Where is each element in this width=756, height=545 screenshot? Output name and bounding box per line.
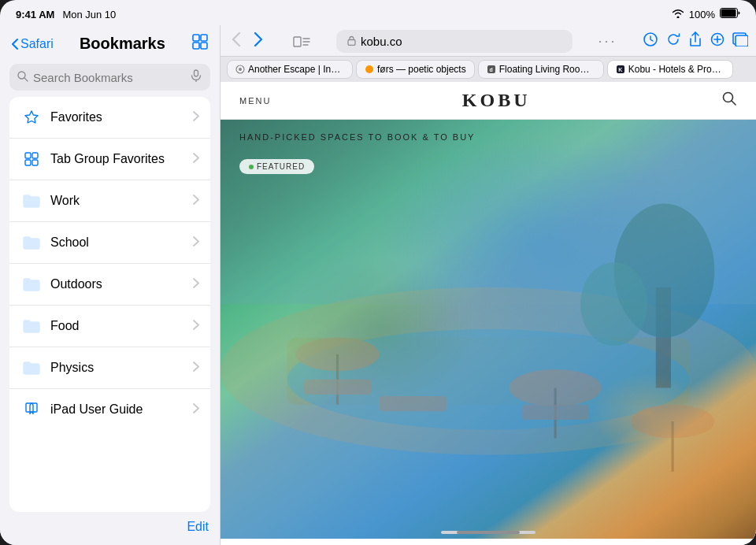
sidebar-header: Safari Bookmarks	[0, 25, 220, 61]
airdrop-icon[interactable]	[643, 32, 658, 51]
svg-line-28	[732, 101, 736, 105]
tab-favicon-tab1	[235, 65, 245, 74]
safari-back-label: Safari	[20, 37, 54, 51]
hero-image	[220, 120, 756, 539]
chevron-right-icon	[193, 236, 199, 249]
svg-rect-2	[193, 35, 199, 41]
browser-area: kobu.co ···	[220, 25, 756, 545]
svg-rect-1	[721, 9, 736, 17]
svg-rect-5	[201, 43, 207, 49]
search-icon	[17, 71, 28, 84]
svg-rect-10	[25, 153, 31, 158]
svg-rect-41	[522, 405, 589, 420]
status-icons: 100%	[672, 7, 740, 21]
more-dots[interactable]: ···	[598, 33, 617, 50]
chevron-right-icon	[193, 320, 199, 332]
safari-back-button[interactable]: Safari	[11, 37, 54, 51]
nav-bar: kobu.co ···	[220, 25, 756, 57]
bookmark-item-physics[interactable]: Physics	[9, 347, 210, 389]
svg-line-7	[24, 78, 28, 81]
bookmark-label-outdoors: Outdoors	[50, 277, 193, 291]
tab-label-tab3: Floating Living Room Se...	[499, 64, 595, 75]
nav-actions	[643, 32, 748, 51]
address-bar[interactable]: kobu.co	[336, 30, 573, 53]
bookmark-item-work[interactable]: Work	[9, 180, 210, 222]
battery-icon	[720, 7, 740, 21]
bookmark-label-ipad-guide: iPad User Guide	[50, 402, 193, 417]
site-logo: KOBU	[462, 90, 531, 111]
status-bar: 9:41 AM Mon Jun 10 100%	[0, 0, 756, 25]
battery-percent: 100%	[689, 9, 715, 20]
bookmark-icon-ipad-guide	[20, 399, 43, 421]
bookmark-item-outdoors[interactable]: Outdoors	[9, 264, 210, 306]
tab-favicon-tab2	[365, 65, 374, 74]
wifi-icon	[672, 9, 684, 20]
bookmark-label-favorites: Favorites	[50, 110, 193, 124]
bookmark-icon-work	[20, 190, 43, 212]
reader-view-icon[interactable]	[293, 35, 310, 48]
bookmark-list: Favorites Tab Group Favorites Work Schoo…	[9, 97, 210, 512]
bookmark-item-food[interactable]: Food	[9, 306, 210, 347]
search-input[interactable]	[33, 71, 185, 84]
svg-rect-8	[195, 70, 198, 76]
svg-point-26	[239, 68, 242, 71]
tab-label-tab2: førs — poetic objects	[377, 64, 466, 75]
svg-rect-39	[304, 380, 371, 395]
tabs-icon[interactable]	[732, 32, 748, 50]
bookmark-icon-favorites	[20, 106, 43, 128]
svg-rect-24	[736, 35, 748, 46]
share-icon[interactable]	[688, 32, 702, 51]
bookmark-item-favorites[interactable]: Favorites	[9, 97, 210, 139]
tab-favicon-tab3: d	[487, 65, 496, 74]
bookmark-icon-physics	[20, 357, 43, 379]
sidebar-title: Bookmarks	[60, 35, 185, 53]
svg-rect-3	[201, 35, 207, 41]
status-time: 9:41 AM	[16, 9, 54, 20]
bookmark-item-school[interactable]: School	[9, 222, 210, 264]
svg-rect-40	[380, 396, 447, 411]
bookmark-icon-outdoors	[20, 273, 43, 295]
tab-label-tab4: Kobu - Hotels & Propert...	[628, 64, 724, 75]
sidebar-grid-icon[interactable]	[191, 33, 209, 54]
bookmark-label-work: Work	[50, 194, 193, 208]
forward-button[interactable]	[250, 30, 266, 53]
tab-label-tab1: Another Escape | Inspir...	[248, 64, 344, 75]
browser-tab-tab1[interactable]: Another Escape | Inspir...	[227, 60, 353, 79]
main-layout: Safari Bookmarks Favorites Tab	[0, 25, 756, 545]
featured-label: FEATURED	[257, 162, 305, 171]
reload-icon[interactable]	[666, 32, 680, 50]
svg-point-44	[580, 262, 647, 346]
site-menu[interactable]: MENU	[239, 96, 271, 106]
edit-button[interactable]: Edit	[187, 520, 209, 534]
sidebar-footer: Edit	[0, 512, 220, 545]
site-search-icon[interactable]	[721, 91, 737, 110]
mic-icon[interactable]	[190, 69, 202, 85]
chevron-right-icon	[193, 278, 199, 291]
bookmark-icon-tab-group-favorites	[20, 148, 43, 170]
new-tab-icon[interactable]	[710, 32, 724, 50]
browser-tab-tab4[interactable]: K Kobu - Hotels & Propert...	[607, 60, 733, 79]
featured-dot	[249, 165, 254, 169]
svg-rect-14	[294, 37, 301, 46]
browser-tab-tab3[interactable]: d Floating Living Room Se...	[478, 60, 604, 79]
tabs-bar: Another Escape | Inspir... førs — poetic…	[220, 57, 756, 82]
address-text: kobu.co	[361, 35, 402, 48]
scroll-indicator	[441, 531, 536, 534]
lock-icon	[347, 35, 356, 48]
back-button[interactable]	[228, 30, 244, 53]
bookmark-icon-school	[20, 232, 43, 254]
bookmark-item-ipad-guide[interactable]: iPad User Guide	[9, 389, 210, 430]
bookmark-label-physics: Physics	[50, 361, 193, 375]
bookmark-icon-food	[20, 315, 43, 337]
web-content: MENU KOBU HAND-PICKED SPACES TO BOOK & T…	[220, 82, 756, 545]
bookmark-item-tab-group-favorites[interactable]: Tab Group Favorites	[9, 139, 210, 180]
svg-rect-12	[25, 160, 31, 165]
hero-tagline: HAND-PICKED SPACES TO BOOK & TO BUY	[239, 132, 475, 142]
browser-tab-tab2[interactable]: førs — poetic objects	[356, 60, 475, 79]
sidebar: Safari Bookmarks Favorites Tab	[0, 25, 220, 545]
svg-rect-18	[348, 39, 355, 45]
website-header: MENU KOBU	[220, 82, 756, 120]
bookmark-label-school: School	[50, 235, 193, 250]
svg-rect-11	[32, 153, 38, 158]
chevron-right-icon	[193, 195, 199, 207]
